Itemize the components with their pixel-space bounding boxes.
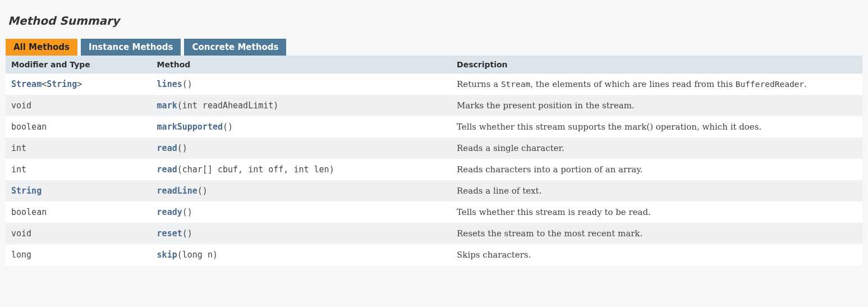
type-text: long [11,250,31,260]
type-link[interactable]: String [11,186,42,196]
type-text: boolean [11,207,47,217]
table-row: StringreadLine()Reads a line of text. [6,180,862,201]
method-params: () [223,122,233,132]
cell-type: Stream<String> [6,74,151,95]
cell-method: mark(int readAheadLimit) [151,95,451,116]
cell-method: reset() [151,223,451,244]
cell-type: boolean [6,116,151,138]
cell-method: read() [151,138,451,159]
table-row: intread(char[] cbuf, int off, int len)Re… [6,159,862,180]
method-link[interactable]: skip [157,250,177,260]
cell-description: Tells whether this stream supports the m… [451,116,862,138]
table-row: intread()Reads a single character. [6,138,862,159]
cell-description: Returns a Stream, the elements of which … [451,74,862,95]
cell-description: Reads characters into a portion of an ar… [451,159,862,180]
col-header-method: Method [151,56,451,74]
cell-description: Reads a line of text. [451,180,862,201]
type-text: boolean [11,122,47,132]
cell-description: Resets the stream to the most recent mar… [451,223,862,244]
desc-text: Reads a line of text. [457,186,541,196]
tab-instance-methods[interactable]: Instance Methods [81,39,181,56]
cell-type: String [6,180,151,201]
method-params: () [182,207,192,217]
method-link[interactable]: reset [157,228,182,239]
method-summary-table: Modifier and Type Method Description Str… [6,56,862,265]
code-text: BufferedReader [736,80,804,89]
cell-type: void [6,95,151,116]
code-text: Stream [501,80,530,89]
desc-text: Tells whether this stream is ready to be… [457,207,651,217]
method-link[interactable]: read [157,143,177,153]
cell-type: long [6,244,151,265]
tab-all-methods[interactable]: All Methods [6,39,77,56]
table-row: voidmark(int readAheadLimit)Marks the pr… [6,95,862,116]
cell-description: Marks the present position in the stream… [451,95,862,116]
table-row: booleanready()Tells whether this stream … [6,201,862,223]
desc-text: Resets the stream to the most recent mar… [457,228,642,239]
desc-text: Returns a [457,79,501,89]
table-row: booleanmarkSupported()Tells whether this… [6,116,862,138]
col-header-type: Modifier and Type [6,56,151,74]
method-params: () [198,186,208,196]
section-heading: Method Summary [8,14,862,28]
method-params: () [177,143,187,153]
method-params: (int readAheadLimit) [177,100,279,111]
method-params: () [182,79,192,89]
cell-method: readLine() [151,180,451,201]
desc-text: Reads characters into a portion of an ar… [457,164,643,175]
type-text: < [42,79,47,89]
cell-type: void [6,223,151,244]
table-row: Stream<String>lines()Returns a Stream, t… [6,74,862,95]
type-link[interactable]: Stream [11,79,42,89]
table-header-row: Modifier and Type Method Description [6,56,862,74]
desc-text: Tells whether this stream supports the m… [457,122,761,132]
cell-method: skip(long n) [151,244,451,265]
method-link[interactable]: ready [157,207,182,217]
cell-type: int [6,159,151,180]
cell-method: lines() [151,74,451,95]
method-params: (char[] cbuf, int off, int len) [177,164,334,175]
table-row: longskip(long n)Skips characters. [6,244,862,265]
desc-text: Marks the present position in the stream… [457,100,635,111]
type-text: void [11,100,31,111]
col-header-description: Description [451,56,862,74]
type-text: void [11,228,31,239]
desc-text: Reads a single character. [457,143,564,153]
method-link[interactable]: readLine [157,186,198,196]
tab-concrete-methods[interactable]: Concrete Methods [184,39,286,56]
cell-method: read(char[] cbuf, int off, int len) [151,159,451,180]
type-text: int [11,164,26,175]
method-tabs: All MethodsInstance MethodsConcrete Meth… [6,39,862,56]
type-text: int [11,143,26,153]
cell-method: ready() [151,201,451,223]
desc-text: . [804,79,807,89]
method-link[interactable]: mark [157,100,177,111]
cell-description: Reads a single character. [451,138,862,159]
table-row: voidreset()Resets the stream to the most… [6,223,862,244]
type-link[interactable]: String [47,79,77,89]
desc-text: , the elements of which are lines read f… [530,79,736,89]
method-link[interactable]: read [157,164,177,175]
method-link[interactable]: markSupported [157,122,223,132]
cell-description: Skips characters. [451,244,862,265]
cell-type: boolean [6,201,151,223]
cell-description: Tells whether this stream is ready to be… [451,201,862,223]
type-text: > [77,79,82,89]
cell-type: int [6,138,151,159]
method-link[interactable]: lines [157,79,182,89]
method-params: (long n) [177,250,218,260]
cell-method: markSupported() [151,116,451,138]
desc-text: Skips characters. [457,250,531,260]
method-params: () [182,228,192,239]
